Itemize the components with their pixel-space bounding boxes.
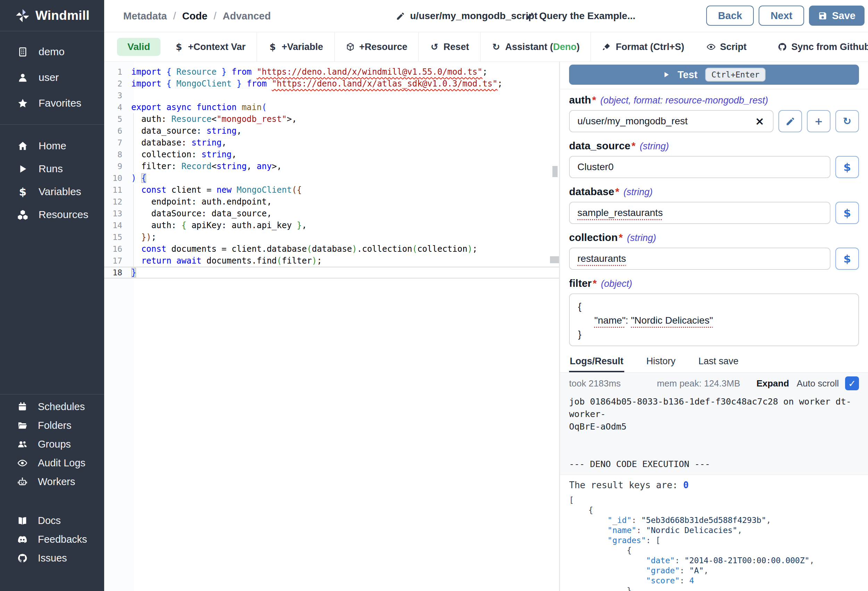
required-marker: * (632, 140, 636, 152)
panel-separator (560, 89, 868, 89)
field-database: database* (string) sample_restaurants $ (569, 186, 859, 224)
sidebar-item-issues[interactable]: Issues (0, 549, 104, 567)
reset-label: Reset (443, 42, 469, 52)
sync-from-github-button[interactable]: Sync from Github (767, 32, 868, 62)
sidebar-item-groups[interactable]: Groups (0, 435, 104, 454)
sync-from-github-label: Sync from Github (791, 42, 868, 52)
script-kind-button[interactable]: Script (695, 32, 758, 62)
editor-scrollbar-thumb[interactable] (552, 166, 558, 177)
book-icon (17, 516, 27, 526)
insert-variable-button[interactable]: $ (836, 156, 859, 178)
windmill-logo[interactable]: Windmill (0, 0, 104, 31)
sidebar-item-label: Variables (38, 186, 81, 198)
sidebar-item-schedules[interactable]: Schedules (0, 397, 104, 416)
sidebar-item-label: demo (38, 46, 65, 58)
header-buttons: Back Next Save (706, 6, 865, 26)
github-icon (778, 42, 787, 52)
add-resource-button[interactable]: +Resource (335, 32, 419, 62)
users-icon (17, 439, 27, 449)
back-button[interactable]: Back (706, 6, 754, 26)
add-variable-button[interactable]: $ +Variable (257, 32, 334, 62)
sidebar-item-favorites[interactable]: Favorites (0, 90, 104, 116)
script-path: u/user/my_mongodb_script (410, 10, 537, 22)
edit-resource-button[interactable] (778, 110, 802, 132)
sidebar-item-variables[interactable]: $Variables (0, 180, 104, 203)
refresh-resource-button[interactable]: ↻ (836, 110, 859, 132)
next-button[interactable]: Next (759, 6, 804, 26)
code-line: 15 }); (104, 231, 559, 243)
close-icon[interactable]: × (754, 116, 765, 127)
sidebar-item-label: Runs (38, 163, 63, 175)
code-line: 18} (104, 267, 559, 278)
sidebar-item-docs[interactable]: Docs (0, 511, 104, 530)
breadcrumb-metadata[interactable]: Metadata (123, 10, 167, 22)
sidebar-item-demo[interactable]: demo (0, 39, 104, 65)
tab-logs-result[interactable]: Logs/Result (569, 352, 624, 372)
field-name-database: database (569, 186, 614, 198)
breadcrumb-code[interactable]: Code (182, 10, 208, 22)
sidebar-item-folders[interactable]: Folders (0, 416, 104, 435)
add-resource-square-button[interactable]: + (807, 110, 831, 132)
code-line: 4export async function main( (104, 101, 559, 113)
tab-last-save[interactable]: Last save (698, 352, 740, 372)
dollar-icon: $ (842, 208, 852, 218)
code-line: 16 const documents = client.database(dat… (104, 243, 559, 255)
pencil-icon[interactable] (525, 12, 534, 21)
format-button[interactable]: Format (Ctrl+S) (591, 32, 695, 62)
sidebar-item-label: Folders (38, 420, 71, 431)
pencil-icon[interactable] (396, 12, 405, 21)
required-marker: * (619, 232, 623, 244)
code-line: 2import { MongoClient } from "https://de… (104, 78, 559, 90)
test-shortcut-kbd: Ctrl+Enter (705, 68, 766, 81)
dollar-icon: $ (268, 42, 277, 52)
sidebar-item-audit-logs[interactable]: Audit Logs (0, 454, 104, 472)
sidebar-item-workers[interactable]: Workers (0, 472, 104, 491)
data-source-input[interactable]: Cluster0 (569, 156, 831, 178)
code-line: 10) { (104, 172, 559, 184)
save-button[interactable]: Save (809, 6, 865, 26)
code-line: 13 dataSource: data_source, (104, 208, 559, 219)
top-header: Metadata / Code / Advanced u/user/my_mon… (104, 0, 868, 32)
result-keys-line: The result keys are: 0 (569, 479, 859, 491)
insert-variable-button[interactable]: $ (836, 248, 859, 270)
code-line: 1import { Resource } from "https://deno.… (104, 66, 559, 78)
logo-text: Windmill (35, 8, 90, 23)
database-value: sample_restaurants (577, 207, 663, 219)
add-context-var-button[interactable]: $ +Context Var (163, 32, 257, 62)
sidebar-item-label: Audit Logs (38, 457, 86, 469)
home-icon (17, 140, 28, 151)
reset-button[interactable]: ↺ Reset (419, 32, 480, 62)
field-name-auth: auth (569, 94, 591, 106)
collection-value: restaurants (577, 253, 626, 264)
insert-variable-button[interactable]: $ (836, 202, 859, 224)
play-icon (17, 164, 28, 174)
auth-resource-input[interactable]: u/user/my_mongodb_rest × (569, 110, 774, 132)
test-button[interactable]: Test Ctrl+Enter (569, 65, 859, 85)
code-line: 14 auth: { apiKey: auth.api_key }, (104, 219, 559, 231)
breadcrumb-advanced[interactable]: Advanced (223, 10, 271, 22)
run-status-row: took 2183ms mem peak: 124.3MB Expand Aut… (569, 375, 859, 392)
tab-history[interactable]: History (646, 352, 676, 372)
save-icon (818, 11, 827, 21)
sidebar-item-home[interactable]: Home (0, 134, 104, 157)
script-kind-label: Script (720, 42, 747, 52)
database-input[interactable]: sample_restaurants (569, 202, 831, 224)
script-summary-group: Query the Example... (525, 0, 635, 32)
sidebar-item-feedbacks[interactable]: Feedbacks (0, 530, 104, 549)
code-lines: 1import { Resource } from "https://deno.… (104, 66, 559, 278)
field-type-collection: (string) (627, 233, 656, 244)
assistant-button[interactable]: ↻ Assistant (Deno) (481, 32, 591, 62)
code-editor[interactable]: 1import { Resource } from "https://deno.… (104, 62, 559, 591)
dollar-icon: $ (17, 186, 28, 197)
sidebar-item-runs[interactable]: Runs (0, 157, 104, 180)
eye-icon (707, 42, 716, 52)
expand-button[interactable]: Expand (757, 378, 789, 389)
refresh-icon: ↻ (842, 116, 852, 126)
collection-input[interactable]: restaurants (569, 248, 831, 270)
field-auth: auth* (object, format: resource-mongodb_… (569, 94, 859, 132)
sidebar-item-resources[interactable]: Resources (0, 203, 104, 226)
autoscroll-checkbox[interactable]: ✓ (845, 377, 859, 390)
filter-json-editor[interactable]: { "name": "Nordic Delicacies"} (569, 293, 859, 346)
sidebar-item-user[interactable]: user (0, 65, 104, 90)
user-icon (17, 72, 28, 83)
